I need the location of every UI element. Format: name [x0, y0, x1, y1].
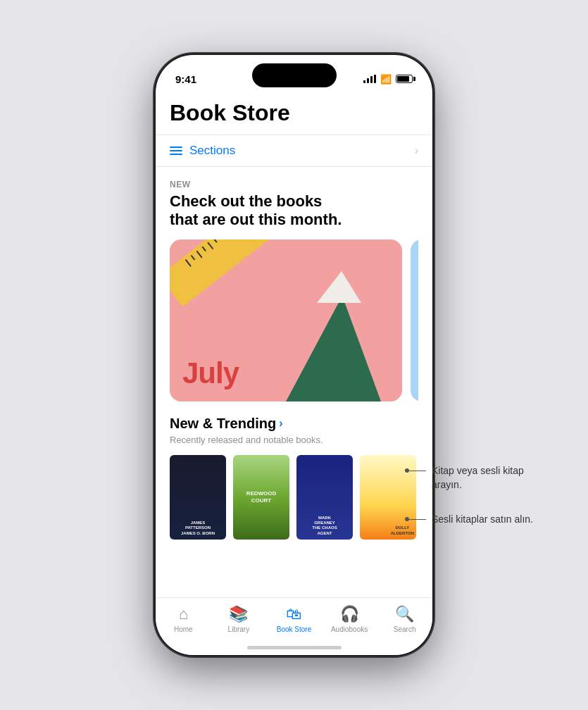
trending-title: New & Trending: [170, 416, 276, 432]
tab-home[interactable]: ⌂ Home: [156, 605, 211, 633]
annotation-line-2: [409, 519, 426, 520]
book-text-patterson: JAMESPATTERSONJAMES O. BORN: [181, 521, 215, 536]
phone-frame: 9:41 📶 Book Store: [156, 55, 432, 655]
mountain-cap: [317, 271, 361, 303]
tab-home-label: Home: [174, 625, 193, 633]
sections-left: Sections: [170, 144, 235, 158]
annotation-text-2: Sesli kitaplar satın alın.: [432, 513, 533, 527]
books-row[interactable]: JAMESPATTERSONJAMES O. BORN REDWOODCOURT…: [170, 455, 418, 540]
tab-library[interactable]: 📚 Library: [211, 605, 267, 633]
hamburger-icon: [170, 147, 182, 155]
trending-chevron-icon: ›: [279, 417, 282, 430]
tab-library-label: Library: [228, 625, 250, 633]
trending-subtitle: Recently released and notable books.: [170, 435, 418, 445]
home-icon: ⌂: [179, 605, 188, 623]
mountain-body: [286, 296, 381, 401]
search-icon: 🔍: [395, 605, 414, 623]
annotation-2: Sesli kitaplar satın alın.: [405, 513, 546, 527]
chevron-right-icon: ›: [415, 144, 418, 157]
featured-title: Check out the booksthat are out this mon…: [170, 192, 418, 230]
featured-card-main[interactable]: July: [170, 239, 402, 401]
trending-header: New & Trending ›: [170, 416, 418, 432]
annotation-text-1: Kitap veya sesli kitap arayın.: [432, 464, 546, 492]
status-time: 9:41: [175, 73, 196, 85]
signal-icon: [363, 75, 376, 83]
page-title: Book Store: [156, 100, 432, 135]
book-cover-redwood[interactable]: REDWOODCOURT: [233, 455, 289, 540]
tab-audiobooks-label: Audiobooks: [331, 625, 368, 633]
trending-section: New & Trending › Recently released and n…: [156, 416, 432, 551]
book-text-greaney: MARKGREANEYTHE CHAOSAGENT: [312, 516, 337, 536]
book-cover-patterson[interactable]: JAMESPATTERSONJAMES O. BORN: [170, 455, 226, 540]
tab-audiobooks[interactable]: 🎧 Audiobooks: [322, 605, 377, 633]
cards-container[interactable]: July: [170, 239, 418, 401]
ruler-decoration: [170, 239, 294, 307]
bookstore-icon: 🛍: [286, 605, 301, 623]
featured-label: NEW: [170, 180, 418, 189]
battery-icon: [396, 75, 413, 83]
featured-card-secondary[interactable]: [411, 239, 418, 401]
july-text: July: [182, 356, 239, 390]
book-cover-greaney[interactable]: MARKGREANEYTHE CHAOSAGENT: [296, 455, 353, 540]
audiobooks-icon: 🎧: [340, 605, 359, 623]
library-icon: 📚: [229, 605, 248, 623]
home-indicator: [247, 646, 342, 649]
book-text-redwood: REDWOODCOURT: [246, 490, 277, 504]
annotations-container: Kitap veya sesli kitap arayın. Sesli kit…: [405, 464, 546, 527]
status-icons: 📶: [363, 74, 413, 85]
sections-label: Sections: [189, 144, 235, 158]
status-bar: 9:41 📶: [156, 55, 432, 93]
annotation-1: Kitap veya sesli kitap arayın.: [405, 464, 546, 492]
tab-search[interactable]: 🔍 Search: [377, 605, 432, 633]
annotation-line-1: [409, 471, 426, 471]
scroll-content[interactable]: Book Store Sections › NEW Check out the …: [156, 93, 432, 597]
tab-bookstore-label: Book Store: [277, 625, 311, 633]
wifi-icon: 📶: [380, 74, 392, 85]
tab-bookstore[interactable]: 🛍 Book Store: [266, 605, 322, 633]
featured-section: NEW Check out the booksthat are out this…: [156, 180, 432, 416]
sections-bar[interactable]: Sections ›: [156, 135, 432, 167]
tab-search-label: Search: [394, 625, 416, 633]
book-text-alderton: DOLLYALDERTON: [391, 525, 414, 535]
dynamic-island: [252, 63, 337, 87]
